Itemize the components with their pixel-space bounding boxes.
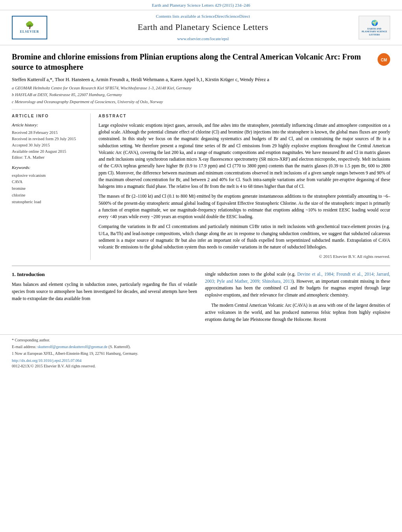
journal-url[interactable]: www.elsevier.com/locate/epsl: [55, 36, 351, 42]
article-history-label: Article history:: [12, 122, 84, 128]
keywords-section: Keywords: explosive volcanism CAVA bromi…: [12, 165, 84, 205]
journal-title: Earth and Planetary Science Letters: [55, 21, 351, 33]
authors-text: Steffen Kutterolf a,*, Thor H. Hansteen …: [12, 77, 269, 82]
intro-left-col: 1. Introduction Mass balances and elemen…: [12, 271, 197, 326]
keyword-4: stratospheric load: [12, 199, 84, 206]
copyright-footer: 0012-821X/© 2015 Elsevier B.V. All right…: [12, 363, 390, 369]
article-info-header: ARTICLE INFO: [12, 113, 84, 119]
editor-line: Editor: T.A. Mather: [12, 154, 84, 161]
keyword-1: CAVA: [12, 179, 84, 185]
received-revised-date: Received in revised form 29 July 2015: [12, 136, 84, 142]
email-note: E-mail address: skutterolf@geomar.deskut…: [12, 344, 390, 350]
accepted-date: Accepted 30 July 2015: [12, 142, 84, 148]
intro-paragraph-1: single subduction zones to the global sc…: [205, 271, 390, 299]
intro-body-text: Mass balances and element cycling in sub…: [12, 281, 197, 302]
keyword-2: bromine: [12, 185, 84, 192]
ref-devine[interactable]: Devine et al., 1984; Freundt et al., 201…: [205, 272, 390, 284]
page-footer: * Corresponding author. E-mail address: …: [0, 334, 402, 373]
email-link[interactable]: skutterolf@geomar.de: [37, 345, 73, 349]
keyword-0: explosive volcanism: [12, 172, 84, 179]
email-label: E-mail address:: [12, 345, 36, 349]
journal-logo-right: 🌍 EARTH AND PLANETARY SCIENCE LETTERS: [359, 16, 390, 39]
sciencedirect-link-text[interactable]: ScienceDirect: [226, 14, 250, 19]
abstract-paragraph-1: The masses of Br (2–1100 kt) and Cl (0.1…: [99, 193, 390, 220]
footnote-1: 1 Now at European XFEL, Albert-Einstein-…: [12, 350, 390, 356]
contents-label: Contents lists available at: [156, 14, 201, 19]
keywords-label: Keywords:: [12, 165, 84, 171]
journal-logo-right-area: 🌍 EARTH AND PLANETARY SCIENCE LETTERS: [351, 16, 390, 39]
earth-icon: 🌍: [371, 19, 378, 27]
intro-paragraph-2: The modern Central American Volcanic Arc…: [205, 302, 390, 323]
journal-header: 🌳 ELSEVIER Contents lists available at S…: [0, 10, 402, 45]
elsevier-text: ELSEVIER: [20, 30, 39, 34]
elsevier-logo: 🌳 ELSEVIER: [12, 16, 47, 39]
affiliation-c: c Meteorology and Oceanography Departmen…: [12, 99, 390, 105]
page-wrapper: Earth and Planetary Science Letters 429 …: [0, 0, 402, 532]
journal-reference-text: Earth and Planetary Science Letters 429 …: [152, 3, 250, 7]
elsevier-logo-area: 🌳 ELSEVIER: [12, 16, 55, 39]
crossmark-icon: CM: [378, 53, 390, 66]
article-info-col: ARTICLE INFO Article history: Received 2…: [12, 113, 91, 260]
section-divider-1: [12, 109, 390, 109]
abstract-paragraph-0: Large explosive volcanic eruptions injec…: [99, 122, 390, 190]
email-link-text[interactable]: skutterolf@geomar.de: [73, 345, 108, 349]
tree-icon: 🌳: [25, 22, 34, 29]
info-abstract-section: ARTICLE INFO Article history: Received 2…: [12, 113, 390, 260]
affiliations: a GEOMAR Helmholtz Centre for Ocean Rese…: [12, 85, 390, 105]
affiliation-a: a GEOMAR Helmholtz Centre for Ocean Rese…: [12, 85, 390, 91]
intro-right-body-text: single subduction zones to the global sc…: [205, 271, 390, 323]
journal-header-center: Contents lists available at ScienceDirec…: [55, 13, 351, 42]
svg-text:CM: CM: [381, 58, 387, 62]
article-title-section: Bromine and chlorine emissions from Plin…: [12, 52, 390, 72]
keyword-3: chlorine: [12, 192, 84, 199]
received-date: Received 28 February 2015: [12, 130, 84, 136]
abstract-copyright: © 2015 Elsevier B.V. All rights reserved…: [99, 254, 390, 260]
corresponding-author-note: * Corresponding author.: [12, 337, 390, 343]
affiliation-b: b HASYLAB at DESY, Notkestrasse 85, 2260…: [12, 92, 390, 98]
abstract-header: ABSTRACT: [99, 113, 390, 119]
intro-paragraph-0: Mass balances and element cycling in sub…: [12, 281, 197, 302]
doi-link[interactable]: http://dx.doi.org/10.1016/j.epsl.2015.07…: [12, 358, 390, 363]
email-suffix: (S. Kutterolf).: [108, 345, 130, 349]
abstract-col: ABSTRACT Large explosive volcanic erupti…: [99, 113, 390, 260]
article-content: Bromine and chlorine emissions from Plin…: [0, 45, 402, 330]
abstract-text: Large explosive volcanic eruptions injec…: [99, 122, 390, 251]
available-online-date: Available online 20 August 2015: [12, 148, 84, 155]
article-title: Bromine and chlorine emissions from Plin…: [12, 52, 374, 72]
bottom-divider: [12, 265, 390, 266]
contents-line: Contents lists available at ScienceDirec…: [55, 13, 351, 19]
abstract-paragraph-2: Comparing the variations in Br and Cl co…: [99, 223, 390, 250]
right-logo-text: EARTH AND PLANETARY SCIENCE LETTERS: [360, 28, 389, 36]
journal-reference-bar: Earth and Planetary Science Letters 429 …: [0, 0, 402, 10]
sciencedirect-link[interactable]: ScienceDirect: [201, 14, 226, 19]
authors-line: Steffen Kutterolf a,*, Thor H. Hansteen …: [12, 76, 390, 83]
main-content-section: 1. Introduction Mass balances and elemen…: [12, 271, 390, 330]
intro-section-title: 1. Introduction: [12, 271, 197, 278]
crossmark-badge: CM: [374, 52, 390, 66]
intro-right-col: single subduction zones to the global sc…: [205, 271, 390, 326]
article-title-text: Bromine and chlorine emissions from Plin…: [12, 52, 374, 72]
